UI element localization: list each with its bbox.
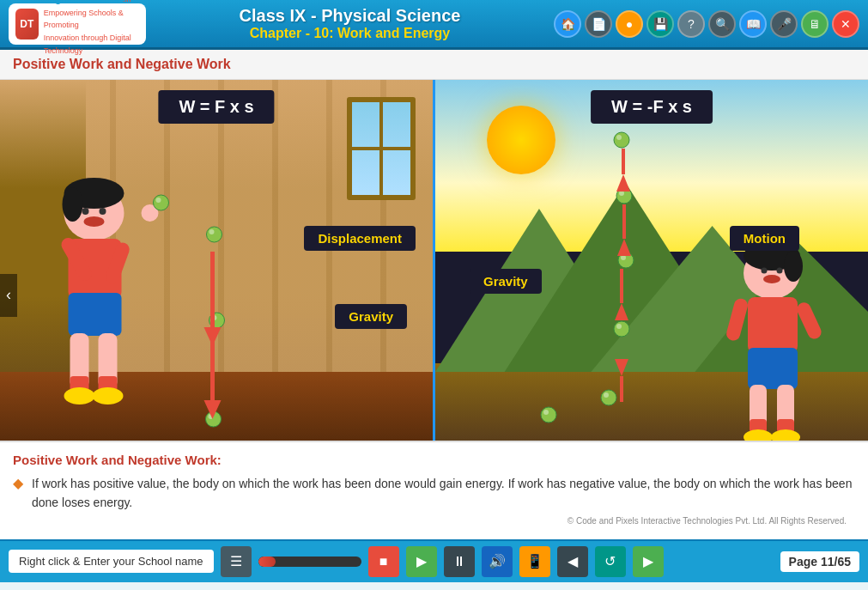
stop-btn[interactable]: ■ <box>368 546 399 577</box>
svg-point-43 <box>541 407 556 423</box>
left-panel-svg <box>0 80 433 441</box>
screen-btn[interactable]: 🖥 <box>801 10 829 38</box>
progress-bar-container <box>258 557 361 567</box>
right-formula: W = -F x s <box>591 90 713 124</box>
svg-point-35 <box>614 321 629 337</box>
label-motion: Motion <box>730 226 799 251</box>
svg-point-14 <box>100 208 106 215</box>
svg-marker-47 <box>617 239 631 256</box>
svg-point-12 <box>93 387 124 404</box>
pause-btn[interactable]: ⏸ <box>444 546 475 577</box>
svg-point-34 <box>604 392 609 398</box>
svg-rect-59 <box>748 297 798 353</box>
logo-tagline1: Empowering Schools & Promoting <box>44 9 124 30</box>
sub-title: Chapter - 10: Work and Energy <box>146 26 554 41</box>
logo-area: DT Digital Teacher.in Empowering Schools… <box>9 3 146 45</box>
svg-point-11 <box>64 387 95 404</box>
svg-rect-60 <box>725 297 749 342</box>
svg-marker-45 <box>615 303 628 320</box>
main-content: ‹ W = F x s <box>0 80 868 441</box>
svg-point-44 <box>543 410 549 415</box>
svg-rect-6 <box>69 293 122 336</box>
desc-bullet: ◆ If work has positive value, the body o… <box>13 474 855 513</box>
svg-point-36 <box>616 324 622 329</box>
school-name-button[interactable]: Right click & Enter your School name <box>9 550 214 573</box>
description-area: Positive Work and Negative Work: ◆ If wo… <box>0 441 868 539</box>
close-btn[interactable]: ✕ <box>832 10 859 38</box>
menu-btn[interactable]: ☰ <box>221 546 252 577</box>
svg-point-57 <box>762 268 768 274</box>
left-panel: W = F x s <box>0 80 435 441</box>
left-formula: W = F x s <box>158 90 274 124</box>
svg-marker-51 <box>615 359 628 376</box>
logo-icon: DT <box>15 9 39 40</box>
main-title: Class IX - Physical Science <box>146 6 554 26</box>
page-indicator: Page 11/65 <box>780 551 859 572</box>
mic-btn[interactable]: 🎤 <box>770 10 798 38</box>
play-btn[interactable]: ▶ <box>406 546 437 577</box>
svg-marker-49 <box>616 174 630 192</box>
progress-bar-fill <box>258 557 276 567</box>
svg-point-41 <box>614 132 629 148</box>
next-btn[interactable]: ▶ <box>633 546 664 577</box>
logo-text: Digital Teacher.in Empowering Schools & … <box>44 0 139 56</box>
svg-point-42 <box>616 135 622 140</box>
nav-arrow-left[interactable]: ‹ <box>0 274 17 317</box>
svg-point-33 <box>601 390 616 405</box>
header-title: Class IX - Physical Science Chapter - 10… <box>146 6 554 41</box>
logo-subtitle: .in <box>123 0 131 3</box>
svg-point-18 <box>156 198 161 203</box>
bullet-diamond-icon: ◆ <box>13 475 23 491</box>
logo-main-text: Digital Teacher <box>44 0 123 4</box>
app-header: DT Digital Teacher.in Empowering Schools… <box>0 0 868 50</box>
home-btn[interactable]: 🏠 <box>554 10 581 38</box>
help-btn[interactable]: ? <box>677 10 705 38</box>
svg-point-13 <box>82 208 89 215</box>
right-panel-svg <box>435 80 868 441</box>
header-controls: 🏠 📄 ● 💾 ? 🔍 📖 🎤 🖥 ✕ <box>554 10 859 38</box>
refresh-btn[interactable]: ↺ <box>595 546 626 577</box>
svg-point-2 <box>63 187 83 222</box>
svg-point-17 <box>154 195 169 210</box>
svg-point-55 <box>784 251 803 282</box>
label-gravity-left: Gravity <box>335 304 407 329</box>
label-gravity-right: Gravity <box>470 269 542 294</box>
copyright-text: © Code and Pixels Interactive Technologi… <box>13 513 855 529</box>
desc-text: If work has positive value, the body on … <box>32 474 855 513</box>
volume-btn[interactable]: 🔊 <box>482 546 513 577</box>
logo-tagline2: Innovation through Digital Technology <box>44 33 131 55</box>
right-panel: W = -F x s <box>435 80 868 441</box>
svg-point-19 <box>207 227 222 242</box>
svg-point-58 <box>777 268 783 274</box>
svg-point-67 <box>744 429 773 441</box>
save-btn[interactable]: 💾 <box>646 10 674 38</box>
svg-point-15 <box>84 216 105 227</box>
desc-title: Positive Work and Negative Work: <box>13 453 855 467</box>
svg-point-20 <box>209 229 215 234</box>
prev-btn[interactable]: ◀ <box>557 546 588 577</box>
doc-btn[interactable]: 📄 <box>585 10 612 38</box>
book-btn[interactable]: 📖 <box>739 10 767 38</box>
record-btn[interactable]: ● <box>616 10 643 38</box>
search-btn[interactable]: 🔍 <box>708 10 736 38</box>
svg-point-56 <box>763 275 780 283</box>
svg-rect-61 <box>795 301 824 342</box>
bottom-bar: Right click & Enter your School name ☰ ■… <box>0 539 868 582</box>
svg-point-68 <box>771 429 800 441</box>
label-displacement: Displacement <box>304 226 416 251</box>
mobile-btn[interactable]: 📱 <box>519 546 550 577</box>
svg-rect-62 <box>748 348 798 389</box>
